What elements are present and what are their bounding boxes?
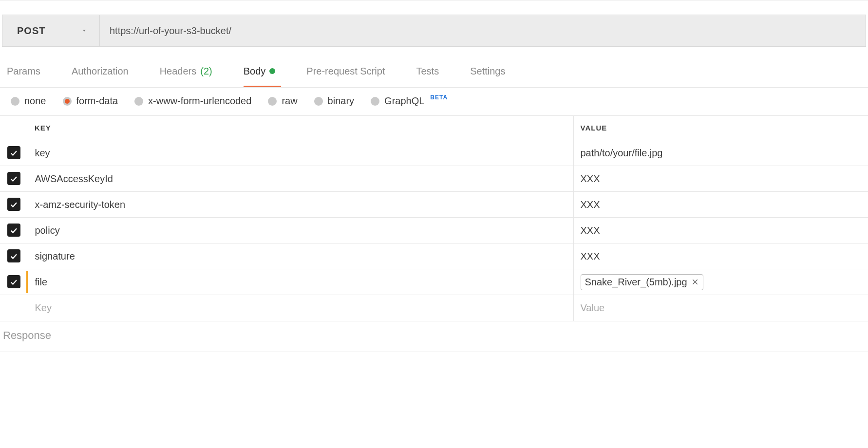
row-checkbox[interactable] [7,172,20,185]
tab-body[interactable]: Body [244,56,282,87]
table-row: signature XXX [0,243,868,269]
radio-label: binary [328,95,354,107]
row-key: AWSAccessKeyId [35,173,113,184]
http-method-label: POST [17,25,45,37]
table-row: policy XXX [0,218,868,243]
radio-label: raw [282,95,297,107]
table-row: AWSAccessKeyId XXX [0,166,868,192]
new-key-input[interactable] [35,302,566,314]
row-value-cell[interactable]: path/to/your/file.jpg [573,140,868,166]
radio-icon [268,97,277,106]
row-key: x-amz-security-token [35,199,126,210]
radio-icon [371,97,379,106]
new-value-input[interactable] [581,302,862,314]
radio-icon [314,97,323,106]
radio-label: none [24,95,46,107]
tab-label: Settings [470,66,505,77]
body-type-graphql[interactable]: GraphQLBETA [371,95,448,107]
tab-pre-request-script[interactable]: Pre-request Script [306,56,391,87]
row-value: XXX [581,225,600,236]
row-checkbox[interactable] [7,198,20,211]
request-url-bar: POST [2,15,866,47]
row-checkbox[interactable] [7,249,20,262]
response-label: Response [3,329,51,341]
table-row: x-amz-security-token XXX [0,192,868,218]
tab-dirty-dot-icon [269,68,275,74]
row-checkbox[interactable] [7,224,20,237]
tab-label: Authorization [72,66,129,77]
tab-settings[interactable]: Settings [470,56,511,87]
row-value-cell[interactable]: XXX [573,166,868,192]
body-type-binary[interactable]: binary [314,95,354,107]
body-type-radio-group: none form-data x-www-form-urlencoded raw… [0,88,868,116]
radio-label: GraphQL [384,95,424,107]
body-type-raw[interactable]: raw [268,95,297,107]
radio-icon [134,97,143,106]
tab-label: Pre-request Script [306,66,385,77]
row-value-cell[interactable]: XXX [573,218,868,243]
row-checkbox[interactable] [7,146,20,159]
request-url-input[interactable] [100,15,866,46]
tab-label: Params [7,66,40,77]
row-key-cell[interactable]: file [28,269,573,295]
http-method-select[interactable]: POST [2,15,100,46]
file-chip[interactable]: Snake_River_(5mb).jpg [581,274,703,290]
body-type-form-data[interactable]: form-data [63,95,118,107]
row-key: file [35,277,48,287]
row-value: XXX [581,251,600,261]
radio-icon [11,97,19,106]
file-chip-name: Snake_River_(5mb).jpg [585,277,687,288]
row-value-cell[interactable]: XXX [573,192,868,218]
new-key-cell[interactable] [28,295,573,321]
tab-label: Body [244,66,266,77]
row-key-cell[interactable]: key [28,140,573,166]
new-value-cell[interactable] [573,295,868,321]
table-row: file Snake_River_(5mb).jpg [0,269,868,295]
request-tabs: Params Authorization Headers (2) Body Pr… [0,56,868,88]
form-data-table: KEY VALUE key path/to/your/file.jpg AWSA… [0,116,868,321]
row-value: XXX [581,199,600,210]
chevron-down-icon [81,25,88,37]
row-checkbox[interactable] [7,275,20,288]
headers-count: (2) [200,66,212,77]
row-key-cell[interactable]: AWSAccessKeyId [28,166,573,192]
row-key: policy [35,225,60,236]
row-value-cell[interactable]: XXX [573,243,868,269]
tab-label: Tests [416,66,439,77]
table-row-empty [0,295,868,321]
row-value: path/to/your/file.jpg [581,148,663,158]
table-header-value: VALUE [573,116,868,140]
row-key-cell[interactable]: signature [28,243,573,269]
tab-label: Headers [160,66,197,77]
radio-label: form-data [76,95,118,107]
tab-authorization[interactable]: Authorization [72,56,134,87]
row-key: key [35,148,50,158]
radio-icon [63,97,72,106]
row-value: XXX [581,173,600,184]
row-key: signature [35,251,75,261]
row-marker-icon [26,271,28,293]
table-header-key: KEY [28,116,573,140]
tab-headers[interactable]: Headers (2) [160,56,218,87]
tab-params[interactable]: Params [7,56,46,87]
close-icon[interactable] [691,278,699,286]
beta-badge: BETA [430,94,448,101]
body-type-x-www-form-urlencoded[interactable]: x-www-form-urlencoded [134,95,251,107]
top-divider [0,0,868,5]
table-header-checkbox [0,116,28,140]
radio-label: x-www-form-urlencoded [148,95,251,107]
body-type-none[interactable]: none [11,95,46,107]
tab-tests[interactable]: Tests [416,56,445,87]
row-key-cell[interactable]: x-amz-security-token [28,192,573,218]
response-section-header: Response [0,321,868,352]
row-key-cell[interactable]: policy [28,218,573,243]
row-value-cell[interactable]: Snake_River_(5mb).jpg [573,269,868,295]
table-row: key path/to/your/file.jpg [0,140,868,166]
